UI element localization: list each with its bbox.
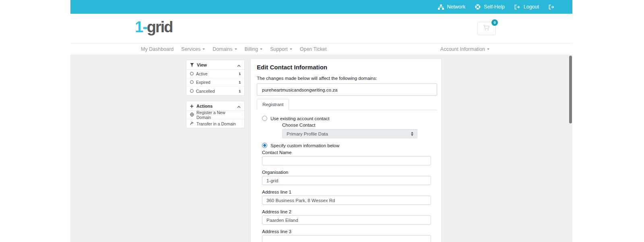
nav-item-domains[interactable]: Domains (213, 46, 237, 52)
cart-button[interactable]: 0 (477, 22, 496, 35)
circle-icon (190, 89, 194, 94)
circle-icon (190, 71, 194, 76)
nav-label: Support (270, 46, 288, 52)
filter-icon (190, 61, 194, 69)
choose-contact-select[interactable]: Primary Profile Data (282, 129, 417, 138)
description-text: The changes made below will affect the f… (257, 76, 377, 81)
radio-label: Specify custom information below (270, 143, 339, 148)
circle-icon (190, 80, 194, 85)
contact-name-label: Contact Name (262, 150, 292, 155)
edit-contact-card: Edit Contact Information The changes mad… (250, 58, 442, 242)
page: Network Self-Help Logout (0, 0, 644, 242)
sitemap-icon (438, 4, 444, 10)
choose-contact-label: Choose Contact (282, 123, 315, 127)
caret-down-icon (290, 48, 292, 50)
radio-use-existing-contact[interactable] (262, 116, 267, 121)
signout-icon (514, 4, 520, 10)
affected-domains-listbox[interactable]: pureheartmusicandsongwriting.co.za (257, 83, 437, 96)
sidebar-item-label: Expired (196, 80, 211, 85)
sidebar-item-cancelled[interactable]: Cancelled 1 (186, 87, 244, 95)
header: 1-grid 0 (70, 14, 572, 44)
nav-item-support[interactable]: Support (270, 46, 292, 52)
tab-registrant[interactable]: Registrant (257, 99, 289, 110)
caret-down-icon (202, 48, 205, 50)
sidebar-actions-panel: Actions Register a New Domain Transfer (186, 101, 245, 128)
nav-item-my-dashboard[interactable]: My Dashboard (141, 46, 173, 52)
chevron-up-icon[interactable] (237, 102, 241, 110)
sidebar-actions-title: Actions (196, 104, 213, 108)
topbar-link-network[interactable]: Network (438, 4, 466, 10)
topbar-corner-logout-button[interactable] (549, 4, 555, 10)
topbar-link-selfhelp[interactable]: Self-Help (475, 4, 504, 10)
globe-icon (190, 113, 194, 117)
nav-label: Billing (245, 46, 258, 52)
nav-label: Domains (213, 46, 232, 52)
topbar-link-label: Logout (524, 4, 539, 10)
nav-label: Account Information (440, 46, 485, 52)
address-line-3-label: Address line 3 (262, 229, 291, 234)
address-line-1-field[interactable] (262, 196, 431, 205)
topbar-link-logout[interactable]: Logout (514, 4, 539, 10)
sidebar-item-label: Register a New Domain (196, 110, 241, 120)
nav-item-billing[interactable]: Billing (245, 46, 262, 52)
count-badge: 1 (239, 89, 241, 93)
nav-item-open-ticket[interactable]: Open Ticket (300, 46, 327, 52)
logo-prefix: 1- (135, 19, 147, 35)
main-nav: My Dashboard Services Domains Billing Su… (70, 44, 572, 54)
count-badge: 1 (239, 72, 241, 76)
logo-suffix: grid (147, 19, 173, 35)
lifering-icon (475, 4, 481, 10)
address-line-1-label: Address line 1 (262, 190, 291, 194)
content-area: View Active 1 Expired 1 Canc (70, 54, 572, 242)
organisation-label: Organisation (262, 170, 288, 175)
count-badge: 1 (239, 80, 241, 84)
transfer-icon (190, 121, 194, 126)
radio-specify-custom-info[interactable] (262, 143, 267, 148)
radio-row-custom-info[interactable]: Specify custom information below (262, 143, 339, 148)
signout-icon (549, 4, 555, 10)
organisation-field[interactable] (262, 176, 431, 185)
sidebar-view-header[interactable]: View (186, 60, 244, 70)
sidebar-view-panel: View Active 1 Expired 1 Canc (186, 60, 245, 96)
cart-icon (483, 25, 490, 33)
radio-label: Use existing account contact (270, 116, 329, 121)
sidebar-item-active[interactable]: Active 1 (186, 70, 244, 78)
sidebar-view-title: View (197, 63, 207, 67)
address-line-3-field[interactable] (262, 235, 431, 242)
nav-label: Services (181, 46, 200, 52)
address-line-2-label: Address line 2 (262, 209, 291, 214)
tab-bar: Registrant (257, 99, 437, 110)
caret-down-icon (260, 48, 262, 50)
page-title: Edit Contact Information (257, 64, 327, 71)
nav-label: My Dashboard (141, 46, 173, 52)
logo[interactable]: 1-grid (135, 19, 173, 36)
domain-option[interactable]: pureheartmusicandsongwriting.co.za (257, 84, 437, 96)
nav-label: Open Ticket (300, 46, 327, 52)
nav-item-account-information[interactable]: Account Information (440, 46, 489, 52)
chevron-up-icon[interactable] (237, 61, 241, 69)
plus-icon (190, 102, 194, 110)
caret-down-icon (235, 48, 237, 50)
caret-down-icon (487, 48, 489, 50)
topbar: Network Self-Help Logout (70, 0, 572, 14)
sidebar-item-label: Cancelled (196, 89, 215, 94)
sidebar-item-expired[interactable]: Expired 1 (186, 78, 244, 87)
contact-name-field[interactable] (262, 156, 431, 165)
selected-value: Primary Profile Data (283, 131, 328, 136)
topbar-link-label: Self-Help (484, 4, 504, 10)
sidebar-actions-header[interactable]: Actions (186, 101, 244, 111)
topbar-link-label: Network (447, 4, 466, 10)
nav-item-services[interactable]: Services (181, 46, 205, 52)
sidebar-item-transfer-domain[interactable]: Transfer in a Domain (186, 119, 244, 128)
sort-arrows-icon (411, 132, 413, 136)
browser-viewport: Network Self-Help Logout (70, 0, 572, 242)
vertical-scrollbar[interactable] (569, 56, 572, 123)
cart-badge: 0 (491, 19, 498, 26)
sidebar-item-label: Active (196, 71, 208, 76)
sidebar-item-label: Transfer in a Domain (196, 121, 236, 126)
sidebar-item-register-domain[interactable]: Register a New Domain (186, 111, 244, 119)
address-line-2-field[interactable] (262, 215, 431, 225)
radio-row-existing-contact[interactable]: Use existing account contact (262, 116, 329, 121)
